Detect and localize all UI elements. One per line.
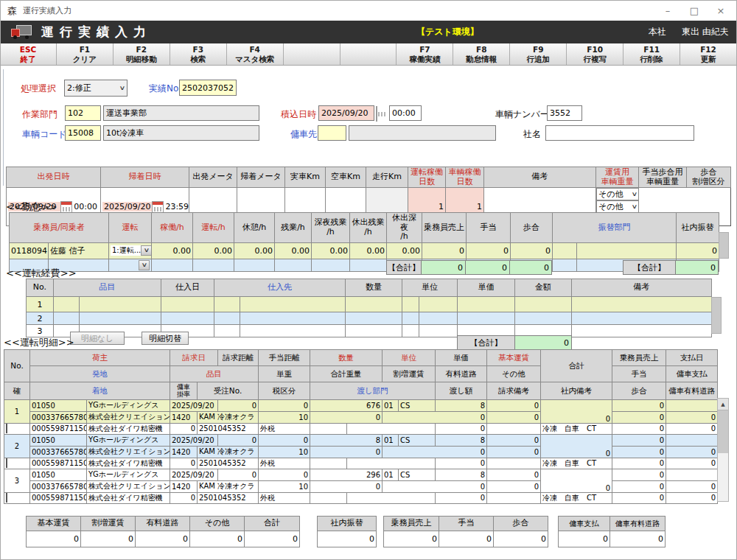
shipper-code-cell[interactable]: 01050 <box>30 469 87 480</box>
surcharge-fare-cell[interactable]: 0 <box>383 411 487 423</box>
detail-scrollbar[interactable]: ▲ <box>717 398 729 502</box>
allowance-distance-cell[interactable]: 0 <box>259 399 310 411</box>
handover-dept-code-cell[interactable] <box>310 458 347 469</box>
payment-date-cell[interactable] <box>666 469 718 480</box>
origin-code-cell[interactable]: 000337665780 <box>30 480 87 492</box>
charter-toll-cell[interactable]: 0 <box>666 458 718 469</box>
unit-weight-cell[interactable]: 10 <box>259 446 310 458</box>
unit-name-cell[interactable] <box>419 325 458 337</box>
attendance-scrollbar-thumb[interactable] <box>719 232 729 259</box>
unit-price-cell[interactable] <box>458 297 515 312</box>
unit-price-cell[interactable]: 8 <box>436 434 487 446</box>
allowance-cell[interactable]: 0 <box>612 411 666 423</box>
supplier-name-cell[interactable] <box>240 325 346 337</box>
overtime-hours-cell[interactable] <box>275 259 312 271</box>
total-weight-cell[interactable]: 0 <box>310 480 383 492</box>
quantity-cell[interactable]: 676 <box>310 399 383 411</box>
payment-date-cell[interactable] <box>666 399 718 411</box>
transfer-dept-code-cell[interactable] <box>553 259 577 271</box>
handover-amount-cell[interactable]: 0 <box>436 492 487 503</box>
supplier-name-cell[interactable] <box>240 297 346 312</box>
break-hours-cell[interactable] <box>234 259 275 271</box>
item-code-cell[interactable] <box>54 312 80 325</box>
note-cell[interactable] <box>572 312 712 325</box>
internal-note-cell[interactable]: 冷凍 自車 CT <box>541 423 612 434</box>
item-code-cell[interactable]: 1420 <box>170 480 198 492</box>
payment-date-cell[interactable] <box>666 434 718 446</box>
transfer-dept-name-cell[interactable] <box>577 242 677 259</box>
quantity-cell[interactable] <box>346 312 402 325</box>
unit-price-cell[interactable]: 8 <box>436 469 487 480</box>
billing-distance-cell[interactable]: 0 <box>218 399 259 411</box>
order-no-cell[interactable]: 2501045352 <box>198 492 259 503</box>
fkey-f12[interactable]: F12更新 <box>680 43 737 65</box>
crew-code-cell[interactable]: 0118094 <box>10 242 49 259</box>
destination-code-cell[interactable]: 000559871150 <box>30 423 87 434</box>
scroll-up-icon[interactable]: ▲ <box>718 399 728 410</box>
no-detail-button[interactable]: 明細なし <box>70 332 125 345</box>
amount-cell[interactable] <box>515 297 572 312</box>
allowance-cell[interactable]: 0 <box>612 480 666 492</box>
billing-distance-cell[interactable]: 0 <box>218 469 259 480</box>
charter-rate-cell[interactable]: 0 <box>170 458 198 469</box>
allowance-cell[interactable]: 0 <box>467 242 511 259</box>
departure-time-input[interactable]: 00:00 <box>72 202 99 211</box>
handover-dept-code-cell[interactable] <box>310 492 347 503</box>
item-name-cell[interactable]: KAM 冷凍オクラ <box>198 480 259 492</box>
origin-code-cell[interactable]: 000337665780 <box>30 446 87 458</box>
crew-name-cell[interactable]: 佐藤 信子 <box>49 242 109 259</box>
other-fare-cell[interactable]: 0 <box>487 480 541 492</box>
allowance-distance-cell[interactable]: 0 <box>259 469 310 480</box>
unit-name-cell[interactable] <box>419 312 458 325</box>
tax-class-cell[interactable]: 外税 <box>259 492 310 503</box>
work-hours-cell[interactable] <box>152 259 193 271</box>
handover-amount-cell[interactable]: 0 <box>436 458 487 469</box>
commission-cell[interactable]: 0 <box>612 423 666 434</box>
supplier-name-cell[interactable] <box>240 312 346 325</box>
supplier-code-cell[interactable] <box>214 312 240 325</box>
fkey-f2[interactable]: F2明細移動 <box>113 43 170 65</box>
overtime-hours-cell[interactable]: 0.00 <box>275 242 312 259</box>
unit-weight-cell[interactable]: 10 <box>259 480 310 492</box>
other-fare-cell[interactable]: 0 <box>487 411 541 423</box>
shipper-name-cell[interactable]: YGホールディングス <box>87 399 170 411</box>
fkey-f9[interactable]: F9行追加 <box>510 43 567 65</box>
note-cell[interactable] <box>572 297 712 312</box>
item-code-cell[interactable]: 1420 <box>170 446 198 458</box>
supplier-code-cell[interactable] <box>214 297 240 312</box>
vehicle-number-input[interactable]: 3552 <box>547 105 582 121</box>
drive-hours-cell[interactable]: 0.00 <box>193 242 234 259</box>
total-weight-cell[interactable]: 0 <box>310 411 383 423</box>
vehicle-code-input[interactable]: 15008 <box>65 125 101 141</box>
fkey-f10[interactable]: F10行複写 <box>567 43 624 65</box>
destination-name-cell[interactable]: 株式会社ダイワ精密機 <box>87 492 170 503</box>
calendar-icon[interactable] <box>60 201 72 213</box>
item-name-cell[interactable]: KAM 冷凍オクラ <box>198 446 259 458</box>
return-date-input[interactable]: 2025/09/20 <box>102 202 152 211</box>
loading-date-input[interactable]: 2025/09/20 <box>318 105 374 121</box>
charter-rate-cell[interactable]: 0 <box>170 423 198 434</box>
internal-note-cell[interactable]: 冷凍 自車 CT <box>541 492 612 503</box>
unit-code-cell[interactable]: 01 <box>383 434 399 446</box>
base-fare-cell[interactable]: 0 <box>487 399 541 411</box>
surcharge-fare-cell[interactable]: 0 <box>383 480 487 492</box>
allowance-distance-cell[interactable]: 0 <box>259 434 310 446</box>
charter-payment-cell[interactable]: 0 <box>666 480 718 492</box>
quantity-cell[interactable]: 8 <box>310 434 383 446</box>
item-name-cell[interactable] <box>80 297 161 312</box>
transfer-dept-code-cell[interactable] <box>553 242 577 259</box>
night-overtime-cell[interactable]: 0.00 <box>312 242 350 259</box>
origin-name-cell[interactable]: 株式会社クリエイション <box>87 480 170 492</box>
calendar-icon[interactable] <box>152 201 164 213</box>
quantity-cell[interactable] <box>346 297 402 312</box>
allowance-cell[interactable]: 0 <box>612 446 666 458</box>
fkey-f3[interactable]: F3検索 <box>170 43 227 65</box>
billing-date-cell[interactable]: 2025/09/20 <box>170 399 218 411</box>
unit-price-cell[interactable] <box>458 312 515 325</box>
charter-code-input[interactable] <box>318 125 346 141</box>
origin-name-cell[interactable]: 株式会社クリエイション <box>87 446 170 458</box>
quantity-cell[interactable] <box>346 325 402 337</box>
destination-code-cell[interactable]: 000559871150 <box>30 492 87 503</box>
detail-toggle-button[interactable]: 明細切替 <box>142 332 189 345</box>
close-icon[interactable]: × <box>708 1 734 20</box>
